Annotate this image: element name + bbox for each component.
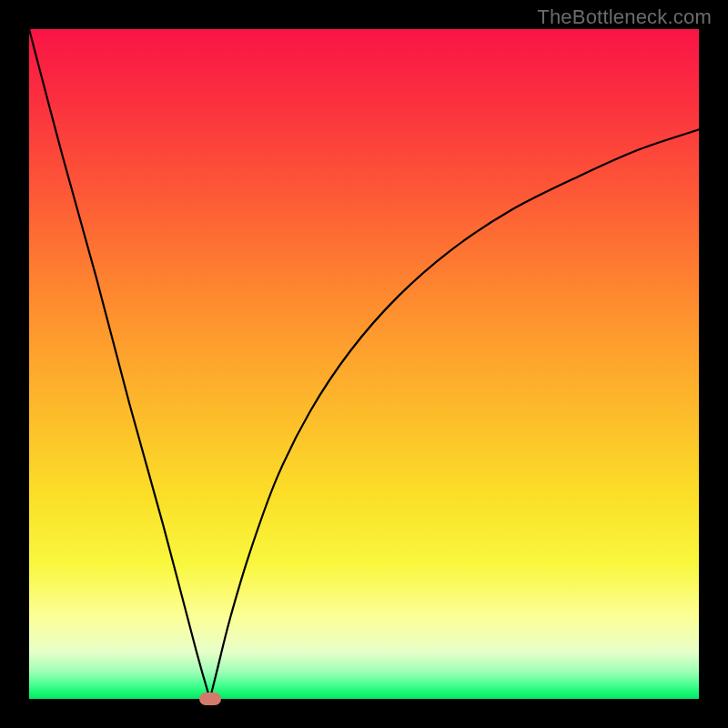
watermark-text: TheBottleneck.com	[537, 5, 712, 29]
chart-frame: TheBottleneck.com	[0, 0, 728, 728]
min-marker	[199, 693, 221, 705]
right-branch-path	[210, 129, 699, 699]
curve-svg	[29, 29, 699, 699]
plot-area	[29, 29, 699, 699]
left-branch-path	[29, 29, 210, 699]
